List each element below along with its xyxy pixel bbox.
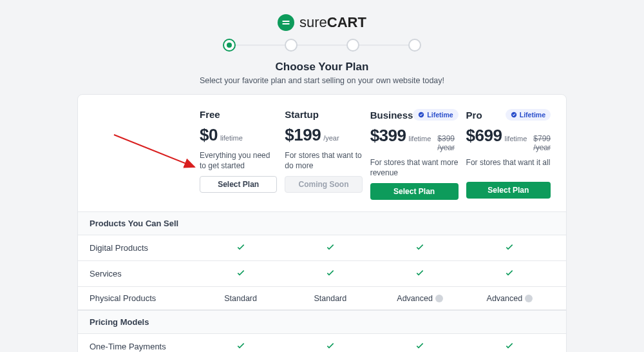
check-icon <box>236 344 246 352</box>
step-4-dot[interactable] <box>408 39 421 52</box>
feature-cell <box>196 340 285 352</box>
feature-cell: Advanced <box>465 294 554 303</box>
feature-cell <box>375 268 465 280</box>
plan-price: $699 <box>466 126 502 146</box>
select-plan-button[interactable]: Select Plan <box>370 183 459 200</box>
plan-period: lifetime <box>504 135 527 142</box>
logo-mark-icon <box>278 14 294 31</box>
plan-col-pro: ProLifetime$699lifetime$799 /yearFor sto… <box>462 109 554 200</box>
feature-cell <box>285 242 375 254</box>
page-subtitle: Select your favorite plan and start sell… <box>77 76 567 85</box>
step-line <box>298 44 346 46</box>
check-icon <box>504 344 515 352</box>
plan-price: $199 <box>285 125 321 145</box>
plan-old-price: $399 /year <box>437 134 458 152</box>
feature-cell <box>465 242 554 254</box>
check-icon <box>236 245 246 254</box>
step-1-dot[interactable] <box>223 39 236 52</box>
check-icon <box>504 245 515 254</box>
plan-period: lifetime <box>220 134 243 142</box>
plan-col-startup: Startup$199/yearFor stores that want to … <box>281 109 366 200</box>
step-3-dot[interactable] <box>346 39 359 52</box>
feature-row: Services <box>78 261 566 287</box>
plan-name: Startup <box>285 109 319 120</box>
feature-cell <box>285 340 375 352</box>
select-plan-button[interactable]: Select Plan <box>200 176 277 193</box>
select-plan-button: Coming Soon <box>285 176 362 193</box>
feature-cell <box>375 242 465 254</box>
feature-cell <box>465 268 554 280</box>
check-icon <box>415 245 425 254</box>
brand-logo: sureCART <box>77 14 567 31</box>
feature-row: Physical ProductsStandardStandardAdvance… <box>78 287 566 310</box>
check-icon <box>415 344 425 352</box>
plan-period: lifetime <box>408 135 431 142</box>
pricing-card: Free$0lifetimeEverything you need to get… <box>77 94 567 352</box>
plan-col-free: Free$0lifetimeEverything you need to get… <box>196 109 281 200</box>
check-icon <box>236 271 246 280</box>
check-icon <box>325 245 336 254</box>
select-plan-button[interactable]: Select Plan <box>466 182 551 199</box>
plan-period: /year <box>323 134 339 142</box>
feature-name: Digital Products <box>90 243 196 253</box>
section-header: Products You Can Sell <box>78 211 566 235</box>
page-title: Choose Your Plan <box>77 61 567 73</box>
plan-name: Business <box>370 110 413 121</box>
feature-cell <box>196 268 285 280</box>
check-icon <box>325 271 336 280</box>
brand-name: sureCART <box>299 14 366 31</box>
plan-old-price: $799 /year <box>533 134 551 152</box>
info-icon[interactable] <box>525 295 533 302</box>
check-icon <box>325 344 336 352</box>
plan-description: For stores that want more revenue <box>370 157 459 178</box>
feature-row: Digital Products <box>78 235 566 261</box>
feature-name: One-Time Payments <box>90 342 196 351</box>
plan-col-business: BusinessLifetime$399lifetime$399 /yearFo… <box>366 109 462 200</box>
feature-cell: Advanced <box>375 294 465 303</box>
plan-price: $399 <box>370 126 406 146</box>
plan-name: Free <box>200 109 220 120</box>
feature-cell <box>196 242 285 254</box>
lifetime-badge: Lifetime <box>413 109 458 121</box>
step-line <box>236 44 285 46</box>
feature-cell <box>375 340 465 352</box>
check-icon <box>415 271 425 280</box>
step-2-dot[interactable] <box>285 39 298 52</box>
feature-cell: Standard <box>196 294 285 303</box>
plan-name: Pro <box>466 110 482 121</box>
feature-cell: Standard <box>285 294 375 303</box>
info-icon[interactable] <box>435 295 443 302</box>
plan-price: $0 <box>200 125 218 145</box>
feature-row: One-Time Payments <box>78 334 566 352</box>
step-line <box>359 44 408 46</box>
section-header: Pricing Models <box>78 310 566 334</box>
plan-description: Everything you need to get started <box>200 150 277 171</box>
plan-description: For stores that want it all <box>466 157 551 177</box>
wizard-stepper <box>77 39 567 52</box>
plan-description: For stores that want to do more <box>285 150 362 171</box>
feature-name: Physical Products <box>90 293 196 303</box>
feature-name: Services <box>90 269 196 279</box>
feature-cell <box>465 340 554 352</box>
lifetime-badge: Lifetime <box>506 109 551 121</box>
feature-cell <box>285 268 375 280</box>
check-icon <box>504 271 515 280</box>
